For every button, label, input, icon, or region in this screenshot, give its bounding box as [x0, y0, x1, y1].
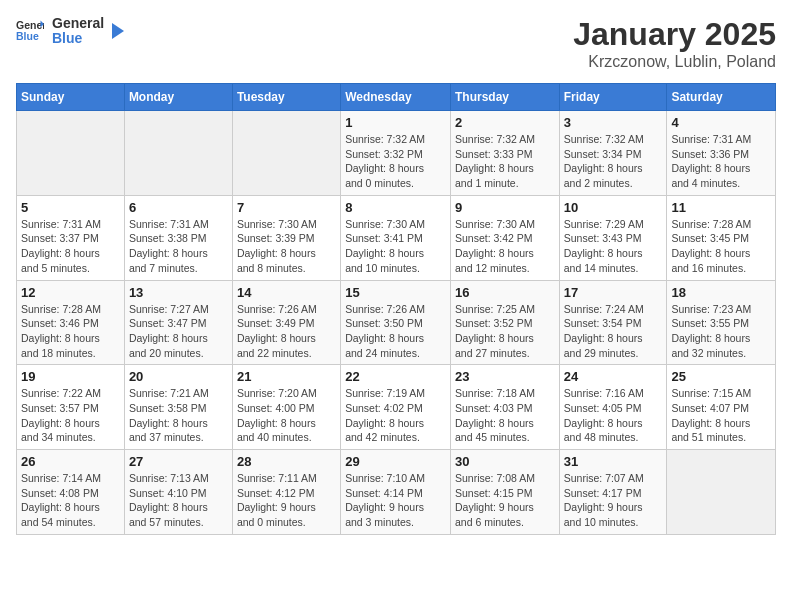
calendar-cell: 30Sunrise: 7:08 AM Sunset: 4:15 PM Dayli…	[450, 450, 559, 535]
day-number: 17	[564, 285, 663, 300]
day-info: Sunrise: 7:32 AM Sunset: 3:33 PM Dayligh…	[455, 132, 555, 191]
day-info: Sunrise: 7:21 AM Sunset: 3:58 PM Dayligh…	[129, 386, 228, 445]
calendar-cell: 22Sunrise: 7:19 AM Sunset: 4:02 PM Dayli…	[341, 365, 451, 450]
calendar-cell: 25Sunrise: 7:15 AM Sunset: 4:07 PM Dayli…	[667, 365, 776, 450]
day-info: Sunrise: 7:23 AM Sunset: 3:55 PM Dayligh…	[671, 302, 771, 361]
day-number: 11	[671, 200, 771, 215]
day-info: Sunrise: 7:19 AM Sunset: 4:02 PM Dayligh…	[345, 386, 446, 445]
day-number: 18	[671, 285, 771, 300]
day-number: 23	[455, 369, 555, 384]
calendar-cell: 12Sunrise: 7:28 AM Sunset: 3:46 PM Dayli…	[17, 280, 125, 365]
day-number: 9	[455, 200, 555, 215]
calendar-cell	[232, 111, 340, 196]
day-number: 16	[455, 285, 555, 300]
logo-blue-text: Blue	[52, 31, 104, 46]
weekday-header-monday: Monday	[124, 84, 232, 111]
calendar-cell	[124, 111, 232, 196]
day-info: Sunrise: 7:31 AM Sunset: 3:38 PM Dayligh…	[129, 217, 228, 276]
svg-text:Blue: Blue	[16, 30, 39, 42]
calendar-cell: 31Sunrise: 7:07 AM Sunset: 4:17 PM Dayli…	[559, 450, 667, 535]
day-number: 10	[564, 200, 663, 215]
calendar-cell: 28Sunrise: 7:11 AM Sunset: 4:12 PM Dayli…	[232, 450, 340, 535]
logo: General Blue General Blue	[16, 16, 128, 47]
weekday-header-saturday: Saturday	[667, 84, 776, 111]
calendar-cell: 19Sunrise: 7:22 AM Sunset: 3:57 PM Dayli…	[17, 365, 125, 450]
day-info: Sunrise: 7:15 AM Sunset: 4:07 PM Dayligh…	[671, 386, 771, 445]
day-number: 7	[237, 200, 336, 215]
calendar-cell: 21Sunrise: 7:20 AM Sunset: 4:00 PM Dayli…	[232, 365, 340, 450]
day-number: 15	[345, 285, 446, 300]
day-info: Sunrise: 7:08 AM Sunset: 4:15 PM Dayligh…	[455, 471, 555, 530]
calendar-cell	[17, 111, 125, 196]
calendar-cell: 11Sunrise: 7:28 AM Sunset: 3:45 PM Dayli…	[667, 195, 776, 280]
day-number: 6	[129, 200, 228, 215]
day-number: 20	[129, 369, 228, 384]
calendar-cell: 17Sunrise: 7:24 AM Sunset: 3:54 PM Dayli…	[559, 280, 667, 365]
day-info: Sunrise: 7:28 AM Sunset: 3:46 PM Dayligh…	[21, 302, 120, 361]
weekday-header-sunday: Sunday	[17, 84, 125, 111]
week-row-2: 5Sunrise: 7:31 AM Sunset: 3:37 PM Daylig…	[17, 195, 776, 280]
day-info: Sunrise: 7:11 AM Sunset: 4:12 PM Dayligh…	[237, 471, 336, 530]
day-info: Sunrise: 7:10 AM Sunset: 4:14 PM Dayligh…	[345, 471, 446, 530]
day-info: Sunrise: 7:13 AM Sunset: 4:10 PM Dayligh…	[129, 471, 228, 530]
day-info: Sunrise: 7:31 AM Sunset: 3:37 PM Dayligh…	[21, 217, 120, 276]
calendar-cell: 24Sunrise: 7:16 AM Sunset: 4:05 PM Dayli…	[559, 365, 667, 450]
day-number: 30	[455, 454, 555, 469]
calendar-cell: 16Sunrise: 7:25 AM Sunset: 3:52 PM Dayli…	[450, 280, 559, 365]
day-info: Sunrise: 7:27 AM Sunset: 3:47 PM Dayligh…	[129, 302, 228, 361]
weekday-header-thursday: Thursday	[450, 84, 559, 111]
day-info: Sunrise: 7:26 AM Sunset: 3:50 PM Dayligh…	[345, 302, 446, 361]
calendar-cell: 8Sunrise: 7:30 AM Sunset: 3:41 PM Daylig…	[341, 195, 451, 280]
day-info: Sunrise: 7:32 AM Sunset: 3:32 PM Dayligh…	[345, 132, 446, 191]
calendar-cell: 18Sunrise: 7:23 AM Sunset: 3:55 PM Dayli…	[667, 280, 776, 365]
day-number: 22	[345, 369, 446, 384]
title-block: January 2025 Krzczonow, Lublin, Poland	[573, 16, 776, 71]
day-info: Sunrise: 7:16 AM Sunset: 4:05 PM Dayligh…	[564, 386, 663, 445]
calendar-cell: 13Sunrise: 7:27 AM Sunset: 3:47 PM Dayli…	[124, 280, 232, 365]
day-info: Sunrise: 7:18 AM Sunset: 4:03 PM Dayligh…	[455, 386, 555, 445]
calendar-table: SundayMondayTuesdayWednesdayThursdayFrid…	[16, 83, 776, 535]
day-number: 24	[564, 369, 663, 384]
calendar-cell: 5Sunrise: 7:31 AM Sunset: 3:37 PM Daylig…	[17, 195, 125, 280]
day-number: 25	[671, 369, 771, 384]
day-info: Sunrise: 7:31 AM Sunset: 3:36 PM Dayligh…	[671, 132, 771, 191]
day-number: 1	[345, 115, 446, 130]
day-info: Sunrise: 7:25 AM Sunset: 3:52 PM Dayligh…	[455, 302, 555, 361]
day-info: Sunrise: 7:29 AM Sunset: 3:43 PM Dayligh…	[564, 217, 663, 276]
weekday-header-wednesday: Wednesday	[341, 84, 451, 111]
day-info: Sunrise: 7:20 AM Sunset: 4:00 PM Dayligh…	[237, 386, 336, 445]
page-header: General Blue General Blue January 2025 K…	[16, 16, 776, 71]
day-number: 19	[21, 369, 120, 384]
day-info: Sunrise: 7:30 AM Sunset: 3:42 PM Dayligh…	[455, 217, 555, 276]
calendar-cell: 10Sunrise: 7:29 AM Sunset: 3:43 PM Dayli…	[559, 195, 667, 280]
day-info: Sunrise: 7:32 AM Sunset: 3:34 PM Dayligh…	[564, 132, 663, 191]
day-number: 31	[564, 454, 663, 469]
day-number: 4	[671, 115, 771, 130]
day-info: Sunrise: 7:28 AM Sunset: 3:45 PM Dayligh…	[671, 217, 771, 276]
day-info: Sunrise: 7:07 AM Sunset: 4:17 PM Dayligh…	[564, 471, 663, 530]
day-number: 21	[237, 369, 336, 384]
weekday-header-tuesday: Tuesday	[232, 84, 340, 111]
day-number: 12	[21, 285, 120, 300]
page-subtitle: Krzczonow, Lublin, Poland	[573, 53, 776, 71]
day-number: 8	[345, 200, 446, 215]
svg-marker-3	[112, 23, 124, 39]
day-number: 5	[21, 200, 120, 215]
logo-general-text: General	[52, 16, 104, 31]
day-number: 14	[237, 285, 336, 300]
day-info: Sunrise: 7:26 AM Sunset: 3:49 PM Dayligh…	[237, 302, 336, 361]
calendar-cell: 23Sunrise: 7:18 AM Sunset: 4:03 PM Dayli…	[450, 365, 559, 450]
calendar-cell: 27Sunrise: 7:13 AM Sunset: 4:10 PM Dayli…	[124, 450, 232, 535]
page-title: January 2025	[573, 16, 776, 53]
week-row-3: 12Sunrise: 7:28 AM Sunset: 3:46 PM Dayli…	[17, 280, 776, 365]
day-info: Sunrise: 7:22 AM Sunset: 3:57 PM Dayligh…	[21, 386, 120, 445]
week-row-5: 26Sunrise: 7:14 AM Sunset: 4:08 PM Dayli…	[17, 450, 776, 535]
logo-icon: General Blue	[16, 17, 44, 45]
calendar-cell: 3Sunrise: 7:32 AM Sunset: 3:34 PM Daylig…	[559, 111, 667, 196]
logo-arrow-icon	[108, 21, 128, 41]
day-number: 29	[345, 454, 446, 469]
calendar-cell: 26Sunrise: 7:14 AM Sunset: 4:08 PM Dayli…	[17, 450, 125, 535]
day-number: 13	[129, 285, 228, 300]
day-info: Sunrise: 7:30 AM Sunset: 3:39 PM Dayligh…	[237, 217, 336, 276]
calendar-cell: 29Sunrise: 7:10 AM Sunset: 4:14 PM Dayli…	[341, 450, 451, 535]
